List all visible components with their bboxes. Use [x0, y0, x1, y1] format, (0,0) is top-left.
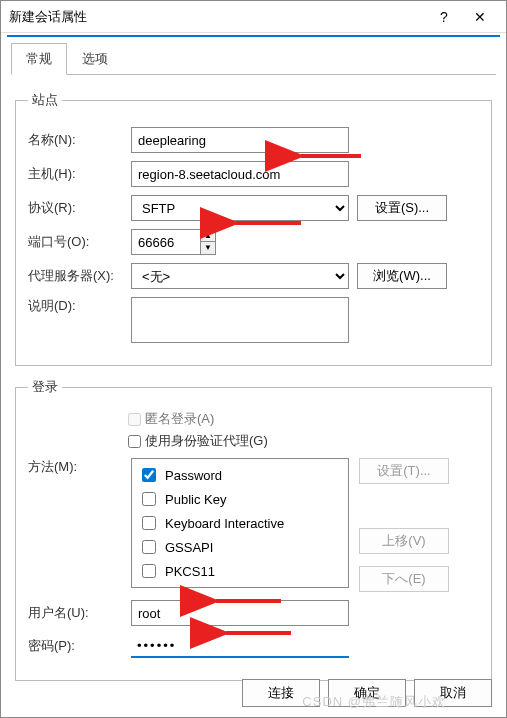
- site-group: 站点 名称(N): 主机(H): 协议(R): SFTP 设置(S)... 端口…: [15, 91, 492, 366]
- proxy-select[interactable]: <无>: [131, 263, 349, 289]
- method-password-checkbox[interactable]: [142, 468, 156, 482]
- site-legend: 站点: [28, 91, 62, 109]
- method-pkcs11[interactable]: PKCS11: [138, 559, 342, 583]
- password-input[interactable]: [131, 634, 349, 658]
- protocol-select[interactable]: SFTP: [131, 195, 349, 221]
- close-button[interactable]: ✕: [462, 9, 498, 25]
- help-button[interactable]: ?: [426, 9, 462, 25]
- method-password[interactable]: Password: [138, 463, 342, 487]
- anon-checkbox: [128, 413, 141, 426]
- window-title: 新建会话属性: [9, 8, 426, 26]
- port-input[interactable]: [131, 229, 201, 255]
- method-publickey[interactable]: Public Key: [138, 487, 342, 511]
- accent-line: [7, 35, 500, 37]
- panel: 站点 名称(N): 主机(H): 协议(R): SFTP 设置(S)... 端口…: [1, 75, 506, 701]
- cancel-button[interactable]: 取消: [414, 679, 492, 707]
- method-settings-button: 设置(T)...: [359, 458, 449, 484]
- method-pkcs11-checkbox[interactable]: [142, 564, 156, 578]
- spin-up-icon[interactable]: ▲: [201, 230, 215, 242]
- footer: 连接 确定 取消: [242, 679, 492, 707]
- username-input[interactable]: [131, 600, 349, 626]
- desc-textarea[interactable]: [131, 297, 349, 343]
- connect-button[interactable]: 连接: [242, 679, 320, 707]
- name-label: 名称(N):: [28, 131, 123, 149]
- settings-button[interactable]: 设置(S)...: [357, 195, 447, 221]
- method-publickey-checkbox[interactable]: [142, 492, 156, 506]
- methods-listbox[interactable]: Password Public Key Keyboard Interactive…: [131, 458, 349, 588]
- port-spinner[interactable]: ▲▼: [201, 229, 216, 255]
- login-group: 登录 匿名登录(A) 使用身份验证代理(G) 方法(M): Password P…: [15, 378, 492, 681]
- method-gssapi[interactable]: GSSAPI: [138, 535, 342, 559]
- proxy-label: 代理服务器(X):: [28, 267, 123, 285]
- user-label: 用户名(U):: [28, 604, 123, 622]
- method-keyboard[interactable]: Keyboard Interactive: [138, 511, 342, 535]
- browse-button[interactable]: 浏览(W)...: [357, 263, 447, 289]
- tab-general[interactable]: 常规: [11, 43, 67, 75]
- idproxy-row[interactable]: 使用身份验证代理(G): [128, 432, 479, 450]
- anon-label: 匿名登录(A): [145, 410, 214, 428]
- host-input[interactable]: [131, 161, 349, 187]
- tab-options[interactable]: 选项: [67, 43, 123, 75]
- host-label: 主机(H):: [28, 165, 123, 183]
- method-gssapi-checkbox[interactable]: [142, 540, 156, 554]
- move-down-button: 下へ(E): [359, 566, 449, 592]
- spin-down-icon[interactable]: ▼: [201, 242, 215, 254]
- login-legend: 登录: [28, 378, 62, 396]
- desc-label: 说明(D):: [28, 297, 123, 315]
- protocol-label: 协议(R):: [28, 199, 123, 217]
- port-label: 端口号(O):: [28, 233, 123, 251]
- titlebar: 新建会话属性 ? ✕: [1, 1, 506, 33]
- method-capi[interactable]: CAPI: [138, 583, 342, 588]
- method-keyboard-checkbox[interactable]: [142, 516, 156, 530]
- name-input[interactable]: [131, 127, 349, 153]
- pwd-label: 密码(P):: [28, 637, 123, 655]
- idproxy-checkbox[interactable]: [128, 435, 141, 448]
- anon-row: 匿名登录(A): [128, 410, 479, 428]
- tab-strip: 常规 选项: [11, 43, 496, 75]
- method-label: 方法(M):: [28, 458, 123, 476]
- move-up-button: 上移(V): [359, 528, 449, 554]
- idproxy-label: 使用身份验证代理(G): [145, 432, 268, 450]
- ok-button[interactable]: 确定: [328, 679, 406, 707]
